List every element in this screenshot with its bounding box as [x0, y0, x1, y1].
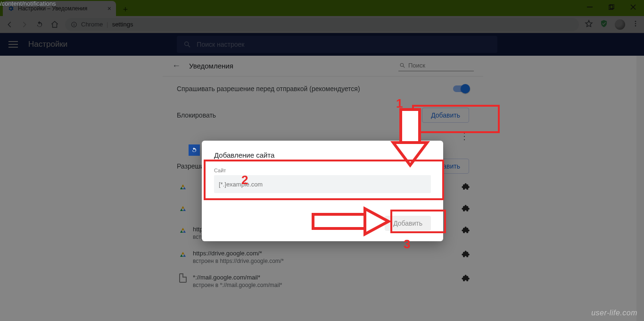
add-site-dialog: Добавление сайта Сайт Отмена Добавить [202, 141, 443, 241]
field-label: Сайт [214, 168, 431, 173]
page-body: ← Уведомления Поиск Спрашивать разрешени… [0, 56, 644, 321]
refresh-icon [189, 144, 200, 156]
dialog-title: Добавление сайта [214, 151, 431, 159]
browser-address-bar: Chrome | chrome://settings/content/notif… [0, 16, 644, 33]
url-text: chrome://settings/content/notifications [112, 21, 133, 28]
site-url-input[interactable] [214, 175, 431, 193]
address-field[interactable]: Chrome | chrome://settings/content/notif… [65, 18, 579, 31]
add-button[interactable]: Добавить [385, 216, 431, 231]
